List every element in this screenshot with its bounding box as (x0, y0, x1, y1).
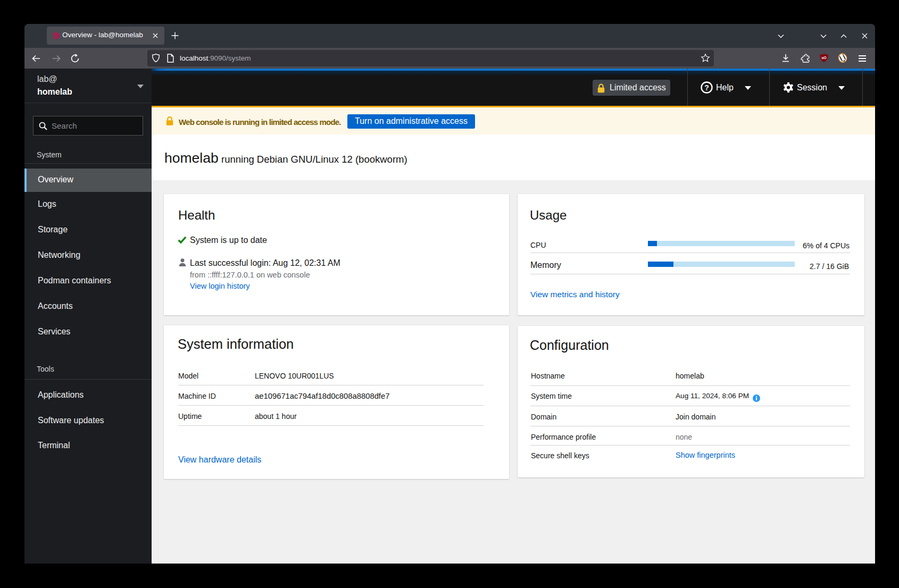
svg-text:uO: uO (821, 56, 826, 60)
svg-text:?: ? (704, 83, 709, 92)
